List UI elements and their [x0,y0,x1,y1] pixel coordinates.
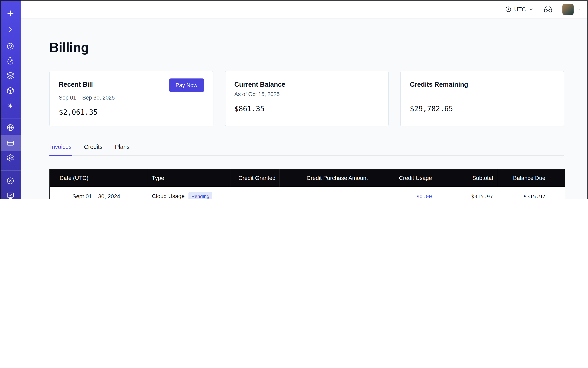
user-menu[interactable] [562,4,581,15]
sidebar-item-layers[interactable] [0,68,21,83]
clock-icon [505,6,512,12]
invoice-row: Sept 01 – 30, 2024Cloud UsagePending$0.0… [50,187,565,199]
column-header-subtotal: Subtotal [436,169,497,187]
asterisk-icon [6,101,14,110]
invoice-date: Sept 01 – 30, 2024 [72,193,120,199]
pay-now-button[interactable]: Pay Now [169,79,204,92]
layers-icon [6,71,14,79]
sidebar-item-display[interactable] [0,188,21,199]
card-amount: $861.35 [234,104,379,113]
timezone-selector[interactable]: UTC [505,6,534,12]
logo-sparkle-icon [6,9,14,17]
invoice-type-cell: Cloud UsagePending [148,187,231,199]
sidebar [0,0,21,199]
current-balance-card: Current Balance As of Oct 15, 2025 $861.… [225,71,389,127]
timezone-label: UTC [514,6,526,12]
sidebar-item-circle-x[interactable] [0,173,21,188]
column-header-credit-usage: Credit Usage [372,169,436,187]
download-spacer [60,193,67,199]
summary-cards: Recent Bill Pay Now Sep 01 – Sep 30, 202… [49,71,564,127]
sidebar-item-chevron-right[interactable] [0,22,21,37]
column-header-credit-granted: Credit Granted [231,169,280,187]
card-title: Recent Bill [59,79,93,89]
tab-credits[interactable]: Credits [83,144,103,155]
spiral-icon [6,42,14,50]
card-subtitle: As of Oct 15, 2025 [234,91,379,99]
sidebar-item-globe[interactable] [0,120,21,135]
cube-icon [6,86,14,94]
billing-tabs: Invoices Credits Plans [49,144,564,156]
chevron-down-icon [528,7,534,12]
invoice-credit-granted-cell [231,187,280,199]
tab-plans[interactable]: Plans [114,144,130,155]
sidebar-item-timer[interactable] [0,53,21,68]
status-badge: Pending [188,192,212,199]
table-body: Sept 01 – 30, 2024Cloud UsagePending$0.0… [50,187,565,199]
card-title: Current Balance [234,79,285,89]
invoice-date-cell: Sept 01 – 30, 2024 [50,187,148,199]
recent-bill-card: Recent Bill Pay Now Sep 01 – Sep 30, 202… [49,71,213,127]
column-header-credit-purchase-amount: Credit Purchase Amount [280,169,372,187]
table-header-row: Date (UTC)TypeCredit GrantedCredit Purch… [50,169,565,187]
glasses-icon [543,5,552,14]
invoice-credit-purchase-amount-cell [280,187,372,199]
column-header-type: Type [148,169,231,187]
credit-card-icon [6,139,14,147]
sidebar-divider [0,171,21,171]
sidebar-item-asterisk[interactable] [0,98,21,113]
invoice-credit-usage-cell: $0.00 [372,187,436,199]
sidebar-divider [0,118,21,119]
sidebar-item-spiral[interactable] [0,38,21,54]
app-window: UTC Billing Recent Bill Pay Now Sep 01 [0,0,588,199]
sidebar-item-credit-card[interactable] [0,135,21,151]
user-avatar [562,4,573,15]
column-header-balance-due: Balance Due [497,169,565,187]
page-title: Billing [49,40,564,55]
topbar: UTC [21,0,588,19]
gear-icon [6,154,14,162]
card-title: Credits Remaining [410,79,468,89]
invoices-table: Date (UTC)TypeCredit GrantedCredit Purch… [49,169,564,199]
card-subtitle [410,91,555,99]
column-header-date-utc-: Date (UTC) [50,169,148,187]
tab-invoices[interactable]: Invoices [49,144,72,155]
invoice-type: Cloud Usage [152,193,184,199]
sidebar-item-cube[interactable] [0,83,21,98]
billing-page: Billing Recent Bill Pay Now Sep 01 – Sep… [21,19,588,199]
card-subtitle: Sep 01 – Sep 30, 2025 [59,95,204,102]
invoice-subtotal-cell: $315.97 [436,187,497,199]
sidebar-item-gear[interactable] [0,150,21,165]
chevron-right-icon [6,26,14,33]
chevron-down-icon [576,7,581,12]
timer-icon [6,57,14,65]
main-column: UTC Billing Recent Bill Pay Now Sep 01 [21,0,588,199]
invoice-balance-due-cell: $315.97 [497,187,565,199]
card-amount: $2,061.35 [59,108,204,116]
display-icon [6,191,14,199]
sidebar-item-logo-sparkle[interactable] [0,6,21,21]
card-amount: $29,782.65 [410,104,555,113]
credits-remaining-card: Credits Remaining $29,782.65 [400,71,564,127]
circle-x-icon [6,177,14,185]
glasses-button[interactable] [543,5,552,14]
globe-icon [6,123,14,131]
